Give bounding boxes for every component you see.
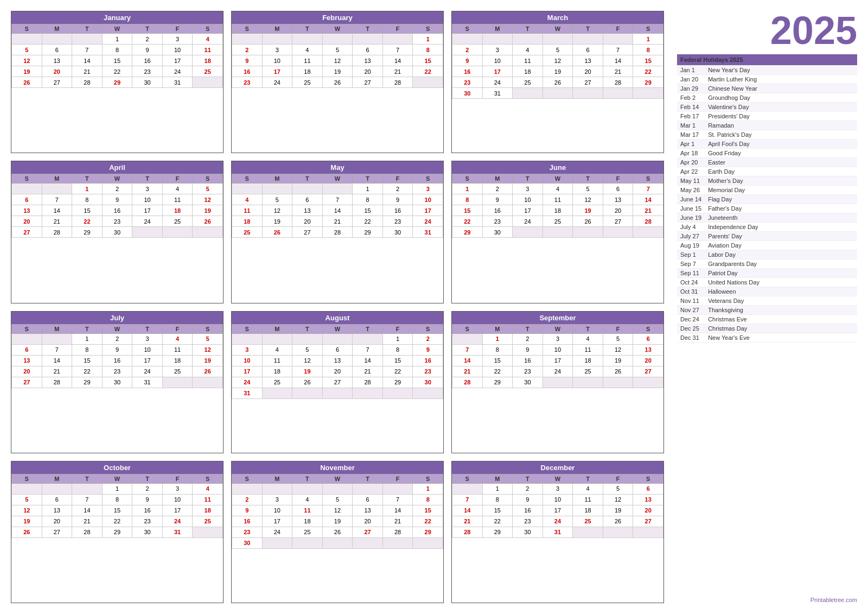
day-header: S <box>193 24 223 34</box>
calendar-day: 16 <box>232 516 263 527</box>
calendar-day: 6 <box>322 344 353 355</box>
day-header: F <box>382 24 413 34</box>
calendar-day: 24 <box>513 216 543 227</box>
day-header: T <box>132 474 163 483</box>
holiday-row: July 4Independence Day <box>677 223 857 232</box>
calendar-day: 31 <box>232 388 263 398</box>
calendar-day: 19 <box>603 505 633 516</box>
calendar-day: 5 <box>542 45 573 55</box>
calendar-day: 2 <box>102 333 132 344</box>
calendar-day <box>452 34 483 45</box>
month-june: JuneSMTWTFS12345678910111213141516171819… <box>451 161 664 303</box>
calendar-day: 16 <box>452 66 483 77</box>
calendar-day: 26 <box>573 216 603 227</box>
calendar-day <box>382 483 413 494</box>
calendar-day: 7 <box>382 494 413 505</box>
calendar-day: 18 <box>513 66 543 77</box>
holiday-row: Apr 1April Fool's Day <box>677 140 857 149</box>
calendar-day: 12 <box>603 344 633 355</box>
calendar-day: 15 <box>482 505 513 516</box>
holiday-date: Apr 20 <box>677 158 705 167</box>
calendar-day: 7 <box>603 45 633 55</box>
calendar-day <box>542 227 573 238</box>
calendar-day: 17 <box>482 66 513 77</box>
calendar-day: 22 <box>413 66 443 77</box>
calendar-day: 19 <box>573 205 603 216</box>
calendar-day: 25 <box>542 216 573 227</box>
calendar-day: 23 <box>232 77 263 88</box>
day-header: M <box>42 174 72 183</box>
calendar-day: 17 <box>162 505 193 516</box>
calendar-day: 25 <box>162 216 193 227</box>
holiday-name: Halloween <box>705 287 857 296</box>
calendar-day: 13 <box>12 355 42 366</box>
holiday-name: Easter <box>705 158 857 167</box>
day-header: F <box>382 474 413 483</box>
calendar-day: 8 <box>382 344 413 355</box>
holiday-name: Christmas Eve <box>705 315 857 324</box>
calendar-day: 1 <box>382 333 413 344</box>
calendar-day: 19 <box>193 205 223 216</box>
calendar-day: 31 <box>162 77 193 88</box>
month-header: June <box>452 161 663 174</box>
day-header: F <box>162 24 193 34</box>
calendar-day <box>232 333 263 344</box>
calendar-day <box>262 537 292 548</box>
calendar-day: 8 <box>413 45 443 55</box>
calendar-day: 29 <box>633 77 663 88</box>
calendar-day <box>542 88 573 99</box>
holiday-date: Nov 27 <box>677 306 705 315</box>
calendar-day: 20 <box>322 366 353 377</box>
day-header: S <box>232 24 263 34</box>
calendar-day: 24 <box>262 527 292 537</box>
calendar-day: 17 <box>132 205 163 216</box>
calendar-day <box>633 527 663 537</box>
calendar-day: 28 <box>382 77 413 88</box>
calendar-day: 25 <box>513 77 543 88</box>
calendar-day: 25 <box>162 366 193 377</box>
calendar-day <box>232 183 263 194</box>
calendar-day: 10 <box>262 55 292 66</box>
calendar-day: 21 <box>42 216 72 227</box>
calendar-day: 13 <box>633 494 663 505</box>
month-march: MarchSMTWTFS1234567891011121314151617181… <box>451 11 664 153</box>
calendar-day: 26 <box>12 77 42 88</box>
calendar-day: 15 <box>102 505 132 516</box>
calendar-day: 3 <box>162 483 193 494</box>
calendar-day: 7 <box>72 494 103 505</box>
calendar-day <box>413 537 443 548</box>
calendar-day: 19 <box>262 216 292 227</box>
holiday-name: New Year's Day <box>705 66 857 75</box>
calendar-day: 22 <box>482 366 513 377</box>
calendar-day <box>353 483 383 494</box>
calendar-day: 10 <box>132 344 163 355</box>
calendar-day: 25 <box>262 377 292 388</box>
calendar-day: 3 <box>542 483 573 494</box>
calendar-day: 6 <box>42 45 72 55</box>
calendar-day: 9 <box>232 55 263 66</box>
calendar-day: 12 <box>603 494 633 505</box>
holiday-row: Aug 19Aviation Day <box>677 241 857 250</box>
calendar-day: 6 <box>633 483 663 494</box>
calendar-day: 9 <box>513 344 543 355</box>
calendar-day: 22 <box>353 216 383 227</box>
calendar-day: 19 <box>322 66 353 77</box>
calendar-day: 8 <box>633 45 663 55</box>
holiday-row: Feb 17Presidents' Day <box>677 112 857 121</box>
holiday-date: Dec 31 <box>677 333 705 343</box>
holiday-name: Juneteenth <box>705 213 857 223</box>
calendar-day: 23 <box>452 77 483 88</box>
calendar-day: 16 <box>232 66 263 77</box>
calendar-day: 29 <box>72 377 103 388</box>
holiday-row: Sep 11Patriot Day <box>677 269 857 278</box>
footer-link[interactable]: Printabletree.com <box>677 594 857 603</box>
calendar-day <box>12 183 42 194</box>
calendar-day: 7 <box>452 344 483 355</box>
calendar-day <box>262 333 292 344</box>
calendar-day: 19 <box>322 516 353 527</box>
calendar-day: 4 <box>162 183 193 194</box>
calendar-day: 17 <box>542 505 573 516</box>
calendar-day <box>603 227 633 238</box>
holiday-row: Jan 1New Year's Day <box>677 66 857 75</box>
day-header: S <box>12 474 42 483</box>
